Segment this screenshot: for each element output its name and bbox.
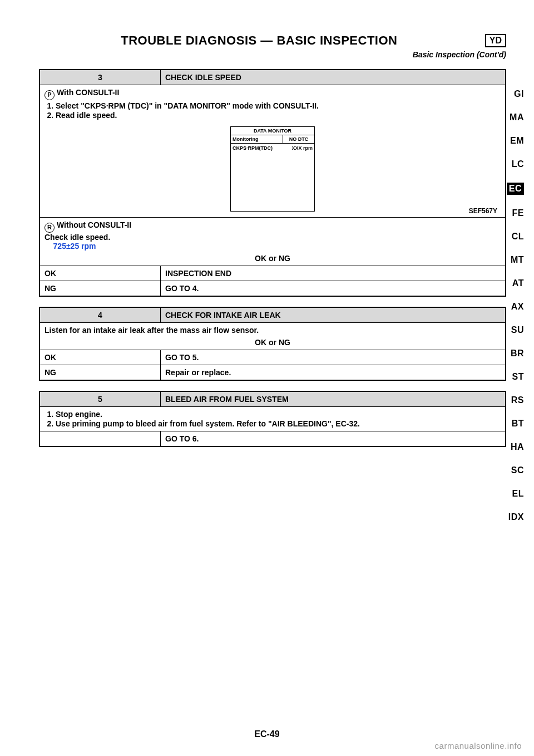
step-4-row-2-action: Repair or replace. xyxy=(161,365,506,381)
step-3-bullet-2: Read idle speed. xyxy=(56,111,501,120)
monitor-right-label: NO DTC xyxy=(283,135,314,143)
sidebar-item-rs[interactable]: RS xyxy=(511,395,524,405)
sidebar-item-idx[interactable]: IDX xyxy=(508,512,524,522)
sidebar-item-br[interactable]: BR xyxy=(511,348,524,359)
step-4-body-text: Listen for an intake air leak after the … xyxy=(44,326,259,335)
sidebar-item-ha[interactable]: HA xyxy=(511,442,524,452)
step-3-row-1-action: INSPECTION END xyxy=(161,266,506,281)
step-3-table: 3 CHECK IDLE SPEED PWith CONSULT-II Sele… xyxy=(39,69,506,297)
sidebar-item-gi[interactable]: GI xyxy=(514,89,524,99)
step-5-bullet-1: Stop engine. xyxy=(56,410,501,419)
no-consult-icon: R xyxy=(44,223,55,233)
sidebar-item-mt[interactable]: MT xyxy=(511,255,524,265)
step-4-body: Listen for an intake air leak after the … xyxy=(39,323,506,350)
sidebar-item-sc[interactable]: SC xyxy=(511,465,524,475)
step-5-row-1-result xyxy=(39,431,161,447)
data-monitor-panel: DATA MONITOR Monitoring NO DTC CKPS·RPM(… xyxy=(230,126,315,212)
sidebar-item-at[interactable]: AT xyxy=(512,278,524,288)
step-5-row-1-action: GO TO 6. xyxy=(161,431,506,447)
sidebar-item-bt[interactable]: BT xyxy=(512,419,524,429)
step-4-row-1-action: GO TO 5. xyxy=(161,350,506,365)
step-5-table: 5 BLEED AIR FROM FUEL SYSTEM Stop engine… xyxy=(39,391,506,447)
step-3-body: PWith CONSULT-II Select "CKPS·RPM (TDC)"… xyxy=(39,85,506,218)
step-3-number: 3 xyxy=(39,70,161,85)
step-5-body: Stop engine. Use priming pump to bleed a… xyxy=(39,407,506,431)
ok-or-ng-label: OK or NG xyxy=(44,254,501,263)
sidebar-item-el[interactable]: EL xyxy=(512,489,524,499)
with-consult-label: With CONSULT-II xyxy=(57,88,119,97)
figure-ref: SEF567Y xyxy=(469,207,497,215)
sidebar-item-su[interactable]: SU xyxy=(511,325,524,335)
sidebar-item-ec[interactable]: EC xyxy=(507,183,524,195)
step-3-title: CHECK IDLE SPEED xyxy=(161,70,506,85)
step-3-row-1-result: OK xyxy=(39,266,161,281)
sidebar-item-fe[interactable]: FE xyxy=(512,208,524,218)
step-3-row-2-result: NG xyxy=(39,281,161,297)
sidebar-item-ma[interactable]: MA xyxy=(510,112,524,122)
page-title: TROUBLE DIAGNOSIS — BASIC INSPECTION xyxy=(39,33,479,48)
step-3-bullet-1: Select "CKPS·RPM (TDC)" in "DATA MONITOR… xyxy=(56,101,501,110)
check-idle-speed-text: Check idle speed. xyxy=(44,233,110,242)
ok-or-ng-label-4: OK or NG xyxy=(44,338,501,347)
sidebar-item-ax[interactable]: AX xyxy=(511,302,524,312)
step-4-number: 4 xyxy=(39,307,161,323)
page-number: EC-49 xyxy=(0,729,534,739)
step-5-number: 5 xyxy=(39,391,161,407)
step-5-bullet-2: Use priming pump to bleed air from fuel … xyxy=(56,419,501,428)
step-3-row-2-action: GO TO 4. xyxy=(161,281,506,297)
section-tabs: GI MA EM LC EC FE CL MT AT AX SU BR ST R… xyxy=(507,89,524,522)
step-3-without-body: RWithout CONSULT-II Check idle speed. 72… xyxy=(39,218,506,266)
step-5-title: BLEED AIR FROM FUEL SYSTEM xyxy=(161,391,506,407)
monitor-value: XXX rpm xyxy=(291,145,313,209)
sidebar-item-cl[interactable]: CL xyxy=(512,232,524,242)
monitor-title: DATA MONITOR xyxy=(231,127,314,135)
step-4-row-2-result: NG xyxy=(39,365,161,381)
sidebar-item-em[interactable]: EM xyxy=(510,136,524,146)
sidebar-item-st[interactable]: ST xyxy=(512,372,524,382)
monitor-param: CKPS·RPM(TDC) xyxy=(233,145,273,209)
watermark: carmanualsonline.info xyxy=(435,741,522,750)
without-consult-label: Without CONSULT-II xyxy=(57,220,131,229)
sidebar-item-lc[interactable]: LC xyxy=(512,159,524,169)
monitor-left-label: Monitoring xyxy=(231,135,283,143)
idle-speed-spec: 725±25 rpm xyxy=(53,242,96,251)
consult-icon: P xyxy=(44,90,55,100)
step-4-title: CHECK FOR INTAKE AIR LEAK xyxy=(161,307,506,323)
step-4-table: 4 CHECK FOR INTAKE AIR LEAK Listen for a… xyxy=(39,307,506,381)
step-4-row-1-result: OK xyxy=(39,350,161,365)
page-subheader: Basic Inspection (Cont'd) xyxy=(39,50,506,59)
engine-badge: YD xyxy=(485,34,506,47)
